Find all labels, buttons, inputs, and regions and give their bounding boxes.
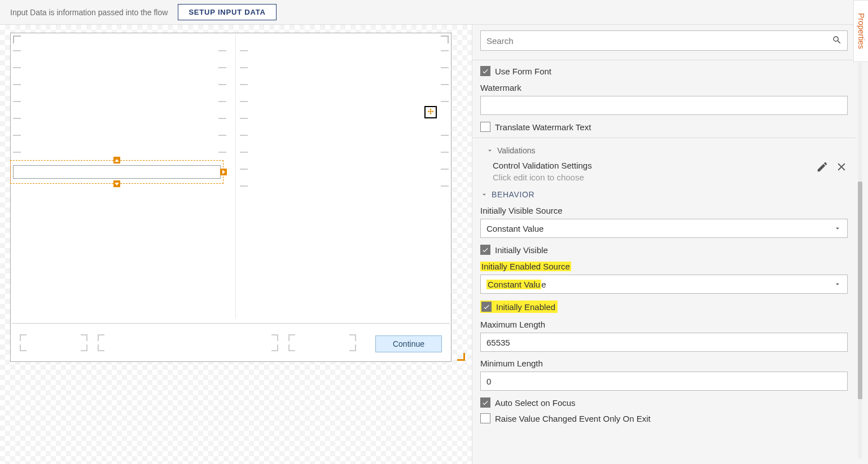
chevron-down-icon bbox=[834, 224, 841, 232]
input-data-desc: Input Data is information passed into th… bbox=[10, 8, 168, 17]
ruler-tick bbox=[240, 101, 248, 102]
ruler-tick bbox=[441, 101, 449, 102]
initially-enabled-checkbox[interactable] bbox=[481, 302, 492, 312]
initially-visible-source-value: Constant Value bbox=[486, 224, 543, 233]
raise-event-checkbox[interactable] bbox=[480, 413, 490, 423]
ruler-tick bbox=[441, 185, 449, 187]
form-resize-handle[interactable] bbox=[457, 353, 465, 361]
ruler-tick bbox=[218, 67, 226, 68]
initially-enabled-label: Initially Enabled bbox=[496, 302, 555, 312]
use-form-font-label: Use Form Font bbox=[495, 67, 551, 76]
ruler-tick bbox=[240, 185, 248, 187]
ruler-tick bbox=[441, 84, 449, 85]
ruler-tick bbox=[441, 169, 449, 170]
button-slot[interactable] bbox=[288, 334, 356, 351]
move-icon bbox=[426, 108, 435, 117]
ruler-tick bbox=[441, 135, 449, 136]
control-validation-settings-label: Control Validation Settings bbox=[493, 161, 848, 170]
ruler-tick bbox=[218, 135, 226, 136]
validations-section-header[interactable]: Validations bbox=[486, 146, 848, 155]
ruler-tick bbox=[13, 135, 21, 136]
selected-textbox[interactable] bbox=[10, 160, 223, 184]
ruler-tick bbox=[240, 50, 248, 51]
top-bar: Input Data is information passed into th… bbox=[0, 0, 868, 25]
properties-panel: Use Form Font Watermark Translate Waterm… bbox=[472, 25, 868, 464]
min-length-label: Minimum Length bbox=[480, 359, 848, 368]
initially-visible-row[interactable]: Initially Visible bbox=[480, 245, 848, 255]
auto-select-checkbox[interactable] bbox=[480, 397, 490, 408]
close-icon[interactable] bbox=[835, 161, 848, 173]
ruler-tick bbox=[240, 118, 248, 119]
initially-enabled-source-select[interactable]: Constant Value bbox=[480, 275, 848, 294]
setup-input-data-button[interactable]: SETUP INPUT DATA bbox=[178, 4, 276, 20]
ruler-tick bbox=[441, 50, 449, 51]
ruler-tick bbox=[240, 135, 248, 136]
initially-enabled-source-label: Initially Enabled Source bbox=[480, 262, 848, 271]
ruler-tick bbox=[13, 118, 21, 119]
ruler-tick bbox=[218, 101, 226, 102]
row-divider bbox=[12, 323, 450, 324]
column-divider bbox=[235, 34, 236, 319]
ruler-tick bbox=[240, 84, 248, 85]
resize-handle-right[interactable] bbox=[220, 169, 227, 175]
ruler-tick bbox=[441, 152, 449, 153]
ruler-tick bbox=[441, 67, 449, 68]
ruler-tick bbox=[13, 50, 21, 51]
max-length-input[interactable] bbox=[480, 333, 848, 352]
ruler-tick bbox=[13, 84, 21, 85]
ruler-tick bbox=[218, 118, 226, 119]
ruler-tick bbox=[13, 101, 21, 102]
use-form-font-row[interactable]: Use Form Font bbox=[480, 66, 848, 76]
behavior-section-header[interactable]: BEHAVIOR bbox=[480, 190, 848, 199]
edit-icon[interactable] bbox=[816, 161, 828, 173]
ruler-tick bbox=[218, 84, 226, 85]
initially-visible-source-select[interactable]: Constant Value bbox=[480, 219, 848, 238]
validation-hint: Click edit icon to choose bbox=[493, 173, 848, 182]
search-icon bbox=[832, 35, 842, 45]
initially-enabled-source-value: Constant Value bbox=[486, 280, 546, 289]
ruler-tick bbox=[13, 152, 21, 153]
chevron-down-icon bbox=[480, 191, 488, 198]
translate-watermark-checkbox[interactable] bbox=[480, 122, 490, 132]
raise-event-row[interactable]: Raise Value Changed Event Only On Exit bbox=[480, 413, 848, 423]
frame-corner-tr bbox=[441, 36, 449, 43]
min-length-input[interactable] bbox=[480, 372, 848, 391]
watermark-input[interactable] bbox=[480, 96, 848, 115]
ruler-tick bbox=[218, 152, 226, 153]
ruler-tick bbox=[240, 169, 248, 170]
initially-enabled-row[interactable]: Initially Enabled bbox=[480, 301, 848, 313]
use-form-font-checkbox[interactable] bbox=[480, 66, 490, 76]
chevron-down-icon bbox=[834, 280, 841, 288]
translate-watermark-row[interactable]: Translate Watermark Text bbox=[480, 122, 848, 132]
translate-watermark-label: Translate Watermark Text bbox=[495, 122, 591, 132]
continue-button[interactable]: Continue bbox=[375, 335, 442, 352]
max-length-label: Maximum Length bbox=[480, 320, 848, 329]
form-canvas[interactable]: Continue bbox=[0, 25, 472, 464]
raise-event-label: Raise Value Changed Event Only On Exit bbox=[495, 414, 651, 423]
initially-visible-label: Initially Visible bbox=[495, 245, 548, 255]
properties-tab[interactable]: Properties bbox=[853, 0, 868, 62]
resize-handle-top[interactable] bbox=[113, 157, 120, 163]
search-input[interactable] bbox=[480, 30, 848, 51]
behavior-title: BEHAVIOR bbox=[492, 190, 534, 199]
ruler-tick bbox=[240, 67, 248, 68]
ruler-tick bbox=[240, 152, 248, 153]
auto-select-row[interactable]: Auto Select on Focus bbox=[480, 397, 848, 408]
frame-corner-tl bbox=[13, 36, 21, 43]
initially-visible-source-label: Initially Visible Source bbox=[480, 206, 848, 215]
form-frame[interactable]: Continue bbox=[10, 33, 451, 362]
move-handle[interactable] bbox=[424, 106, 437, 118]
ruler-tick bbox=[218, 50, 226, 51]
textbox-input[interactable] bbox=[13, 165, 221, 179]
initially-visible-checkbox[interactable] bbox=[480, 245, 490, 255]
button-slot[interactable] bbox=[98, 334, 278, 351]
validations-title: Validations bbox=[497, 146, 535, 155]
button-slot[interactable] bbox=[20, 334, 87, 351]
chevron-down-icon bbox=[486, 147, 494, 154]
ruler-tick bbox=[13, 67, 21, 68]
auto-select-label: Auto Select on Focus bbox=[495, 398, 576, 408]
resize-handle-bottom[interactable] bbox=[113, 180, 120, 187]
panel-scrollbar[interactable] bbox=[858, 63, 862, 458]
watermark-label: Watermark bbox=[480, 83, 848, 92]
